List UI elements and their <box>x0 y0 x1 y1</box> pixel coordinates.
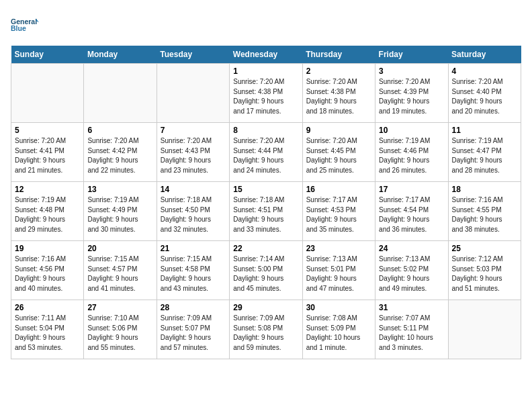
day-info: Sunrise: 7:17 AM Sunset: 4:54 PM Dayligh… <box>379 195 444 234</box>
calendar-cell: 2Sunrise: 7:20 AM Sunset: 4:38 PM Daylig… <box>302 64 375 123</box>
day-info: Sunrise: 7:15 AM Sunset: 4:57 PM Dayligh… <box>87 255 152 293</box>
calendar-cell: 21Sunrise: 7:15 AM Sunset: 4:58 PM Dayli… <box>157 241 229 300</box>
day-info: Sunrise: 7:20 AM Sunset: 4:41 PM Dayligh… <box>15 136 80 175</box>
day-number: 4 <box>452 66 517 76</box>
calendar-cell: 28Sunrise: 7:09 AM Sunset: 5:07 PM Dayli… <box>157 300 229 359</box>
day-number: 14 <box>161 185 226 194</box>
calendar-cell: 29Sunrise: 7:09 AM Sunset: 5:08 PM Dayli… <box>230 300 302 359</box>
calendar-cell: 22Sunrise: 7:14 AM Sunset: 5:00 PM Dayli… <box>230 241 302 300</box>
svg-text:Blue: Blue <box>11 24 26 32</box>
calendar-cell: 20Sunrise: 7:15 AM Sunset: 4:57 PM Dayli… <box>84 241 157 300</box>
day-info: Sunrise: 7:18 AM Sunset: 4:51 PM Dayligh… <box>233 195 298 234</box>
day-info: Sunrise: 7:19 AM Sunset: 4:48 PM Dayligh… <box>15 195 80 234</box>
calendar-cell: 5Sunrise: 7:20 AM Sunset: 4:41 PM Daylig… <box>11 123 84 182</box>
calendar-cell: 23Sunrise: 7:13 AM Sunset: 5:01 PM Dayli… <box>302 241 375 300</box>
calendar-cell: 26Sunrise: 7:11 AM Sunset: 5:04 PM Dayli… <box>11 300 84 359</box>
calendar-cell: 4Sunrise: 7:20 AM Sunset: 4:40 PM Daylig… <box>448 64 521 123</box>
calendar-cell: 11Sunrise: 7:19 AM Sunset: 4:47 PM Dayli… <box>448 123 521 182</box>
calendar-cell: 8Sunrise: 7:20 AM Sunset: 4:44 PM Daylig… <box>230 123 302 182</box>
day-number: 1 <box>233 66 298 76</box>
day-info: Sunrise: 7:19 AM Sunset: 4:46 PM Dayligh… <box>379 136 444 175</box>
day-number: 8 <box>233 126 298 135</box>
day-info: Sunrise: 7:20 AM Sunset: 4:38 PM Dayligh… <box>306 77 371 116</box>
calendar-cell: 18Sunrise: 7:16 AM Sunset: 4:55 PM Dayli… <box>448 182 521 241</box>
calendar-cell: 15Sunrise: 7:18 AM Sunset: 4:51 PM Dayli… <box>230 182 302 241</box>
day-number: 31 <box>379 303 444 312</box>
logo-svg: General Blue <box>11 11 39 39</box>
calendar-cell: 9Sunrise: 7:20 AM Sunset: 4:45 PM Daylig… <box>302 123 375 182</box>
header: General Blue <box>11 11 521 39</box>
calendar-cell: 10Sunrise: 7:19 AM Sunset: 4:46 PM Dayli… <box>375 123 448 182</box>
day-info: Sunrise: 7:15 AM Sunset: 4:58 PM Dayligh… <box>161 255 226 293</box>
day-info: Sunrise: 7:20 AM Sunset: 4:45 PM Dayligh… <box>306 136 371 175</box>
day-info: Sunrise: 7:20 AM Sunset: 4:43 PM Dayligh… <box>161 136 226 175</box>
calendar-cell: 16Sunrise: 7:17 AM Sunset: 4:53 PM Dayli… <box>302 182 375 241</box>
calendar-cell: 24Sunrise: 7:13 AM Sunset: 5:02 PM Dayli… <box>375 241 448 300</box>
day-info: Sunrise: 7:07 AM Sunset: 5:11 PM Dayligh… <box>379 314 444 353</box>
day-number: 17 <box>379 185 444 194</box>
day-info: Sunrise: 7:18 AM Sunset: 4:50 PM Dayligh… <box>161 195 226 234</box>
calendar-cell: 30Sunrise: 7:08 AM Sunset: 5:09 PM Dayli… <box>302 300 375 359</box>
day-info: Sunrise: 7:20 AM Sunset: 4:39 PM Dayligh… <box>379 77 444 116</box>
day-number: 24 <box>379 244 444 253</box>
day-number: 3 <box>379 66 444 76</box>
calendar-week-2: 5Sunrise: 7:20 AM Sunset: 4:41 PM Daylig… <box>11 123 521 182</box>
calendar-week-4: 19Sunrise: 7:16 AM Sunset: 4:56 PM Dayli… <box>11 241 521 300</box>
calendar-cell: 6Sunrise: 7:20 AM Sunset: 4:42 PM Daylig… <box>84 123 157 182</box>
calendar-cell: 27Sunrise: 7:10 AM Sunset: 5:06 PM Dayli… <box>84 300 157 359</box>
day-info: Sunrise: 7:13 AM Sunset: 5:01 PM Dayligh… <box>306 255 371 293</box>
calendar-cell: 14Sunrise: 7:18 AM Sunset: 4:50 PM Dayli… <box>157 182 229 241</box>
day-number: 25 <box>452 244 517 253</box>
day-info: Sunrise: 7:16 AM Sunset: 4:55 PM Dayligh… <box>452 195 517 234</box>
day-number: 2 <box>306 66 371 76</box>
day-info: Sunrise: 7:08 AM Sunset: 5:09 PM Dayligh… <box>306 314 371 353</box>
day-info: Sunrise: 7:19 AM Sunset: 4:47 PM Dayligh… <box>452 136 517 175</box>
calendar-cell: 13Sunrise: 7:19 AM Sunset: 4:49 PM Dayli… <box>84 182 157 241</box>
day-header-tuesday: Tuesday <box>157 46 229 64</box>
calendar-week-1: 1Sunrise: 7:20 AM Sunset: 4:38 PM Daylig… <box>11 64 521 123</box>
day-header-sunday: Sunday <box>11 46 84 64</box>
day-number: 9 <box>306 126 371 135</box>
day-number: 7 <box>161 126 226 135</box>
day-number: 10 <box>379 126 444 135</box>
calendar-table: SundayMondayTuesdayWednesdayThursdayFrid… <box>11 46 521 359</box>
day-info: Sunrise: 7:13 AM Sunset: 5:02 PM Dayligh… <box>379 255 444 293</box>
calendar-cell <box>11 64 84 123</box>
day-number: 19 <box>15 244 80 253</box>
day-number: 18 <box>452 185 517 194</box>
calendar-week-5: 26Sunrise: 7:11 AM Sunset: 5:04 PM Dayli… <box>11 300 521 359</box>
calendar-cell: 19Sunrise: 7:16 AM Sunset: 4:56 PM Dayli… <box>11 241 84 300</box>
day-header-monday: Monday <box>84 46 157 64</box>
day-header-saturday: Saturday <box>448 46 521 64</box>
calendar-cell: 17Sunrise: 7:17 AM Sunset: 4:54 PM Dayli… <box>375 182 448 241</box>
day-number: 20 <box>87 244 152 253</box>
day-info: Sunrise: 7:10 AM Sunset: 5:06 PM Dayligh… <box>87 314 152 353</box>
day-info: Sunrise: 7:20 AM Sunset: 4:38 PM Dayligh… <box>233 77 298 116</box>
calendar-cell <box>84 64 157 123</box>
day-info: Sunrise: 7:09 AM Sunset: 5:07 PM Dayligh… <box>161 314 226 353</box>
day-header-wednesday: Wednesday <box>230 46 302 64</box>
day-number: 15 <box>233 185 298 194</box>
calendar-cell: 7Sunrise: 7:20 AM Sunset: 4:43 PM Daylig… <box>157 123 229 182</box>
calendar-cell: 3Sunrise: 7:20 AM Sunset: 4:39 PM Daylig… <box>375 64 448 123</box>
day-number: 21 <box>161 244 226 253</box>
day-info: Sunrise: 7:20 AM Sunset: 4:42 PM Dayligh… <box>87 136 152 175</box>
day-info: Sunrise: 7:20 AM Sunset: 4:40 PM Dayligh… <box>452 77 517 116</box>
day-number: 29 <box>233 303 298 312</box>
day-number: 5 <box>15 126 80 135</box>
days-header-row: SundayMondayTuesdayWednesdayThursdayFrid… <box>11 46 521 64</box>
day-info: Sunrise: 7:14 AM Sunset: 5:00 PM Dayligh… <box>233 255 298 293</box>
calendar-cell: 31Sunrise: 7:07 AM Sunset: 5:11 PM Dayli… <box>375 300 448 359</box>
calendar-cell: 1Sunrise: 7:20 AM Sunset: 4:38 PM Daylig… <box>230 64 302 123</box>
day-header-thursday: Thursday <box>302 46 375 64</box>
day-info: Sunrise: 7:09 AM Sunset: 5:08 PM Dayligh… <box>233 314 298 353</box>
calendar-week-3: 12Sunrise: 7:19 AM Sunset: 4:48 PM Dayli… <box>11 182 521 241</box>
day-header-friday: Friday <box>375 46 448 64</box>
calendar-cell: 25Sunrise: 7:12 AM Sunset: 5:03 PM Dayli… <box>448 241 521 300</box>
day-info: Sunrise: 7:20 AM Sunset: 4:44 PM Dayligh… <box>233 136 298 175</box>
day-number: 22 <box>233 244 298 253</box>
day-number: 27 <box>87 303 152 312</box>
day-number: 13 <box>87 185 152 194</box>
day-number: 30 <box>306 303 371 312</box>
day-number: 28 <box>161 303 226 312</box>
